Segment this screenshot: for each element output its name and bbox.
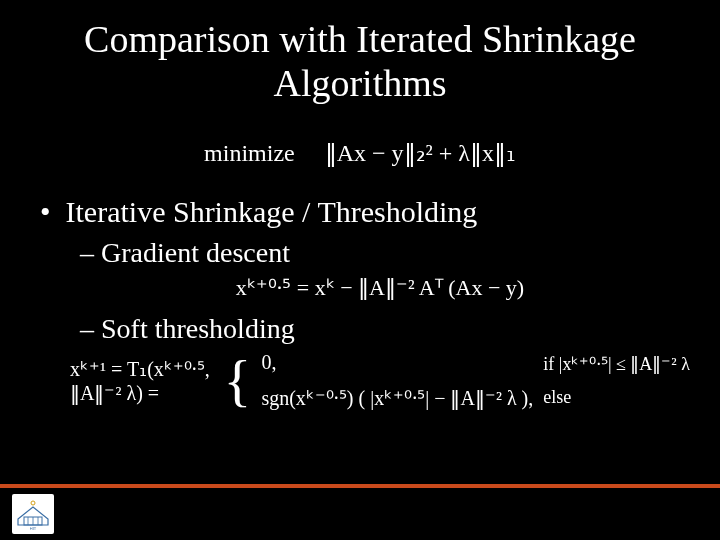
case2-condition-row: else (543, 387, 690, 408)
sub-bullet-soft-thresholding: – Soft thresholding (80, 313, 690, 345)
case1-value: 0, (261, 351, 276, 374)
slide-title: Comparison with Iterated Shrinkage Algor… (0, 0, 720, 105)
bullet-text: Iterative Shrinkage / Thresholding (66, 195, 478, 228)
sub-bullet-text-2: Soft thresholding (101, 313, 295, 344)
logo-text: HIT (30, 526, 37, 531)
gd-expression: xᵏ⁺⁰·⁵ = xᵏ − ‖A‖⁻² Aᵀ (Ax − y) (236, 275, 524, 300)
bullet-iterative-shrinkage: • Iterative Shrinkage / Thresholding (40, 195, 690, 229)
minimize-label: minimize (204, 140, 295, 166)
objective-expression: ‖Ax − y‖₂² + λ‖x‖₁ (325, 140, 516, 166)
institution-logo: HIT (12, 494, 54, 534)
soft-threshold-cases: 0, sgn(xᵏ⁻⁰·⁵) ( |xᵏ⁺⁰·⁵| − ‖A‖⁻² λ ), (261, 351, 533, 410)
case1-condition-row: if |xᵏ⁺⁰·⁵| ≤ ‖A‖⁻² λ (543, 353, 690, 375)
case2-value: sgn(xᵏ⁻⁰·⁵) ( |xᵏ⁺⁰·⁵| − ‖A‖⁻² λ ), (261, 386, 533, 410)
soft-threshold-conditions: if |xᵏ⁺⁰·⁵| ≤ ‖A‖⁻² λ else (543, 353, 690, 408)
sub-bullet-gradient-descent: – Gradient descent (80, 237, 690, 269)
case-zero: 0, (261, 351, 533, 374)
brace-icon: { (224, 352, 252, 410)
sub-bullet-text: Gradient descent (101, 237, 290, 268)
objective-equation: minimize ‖Ax − y‖₂² + λ‖x‖₁ (30, 139, 690, 167)
gradient-descent-equation: xᵏ⁺⁰·⁵ = xᵏ − ‖A‖⁻² Aᵀ (Ax − y) (70, 275, 690, 301)
slide-content: minimize ‖Ax − y‖₂² + λ‖x‖₁ • Iterative … (0, 105, 720, 410)
footer-divider (0, 484, 720, 488)
case2-condition: else (543, 387, 571, 408)
logo-icon: HIT (14, 497, 52, 531)
soft-threshold-equation: xᵏ⁺¹ = T₁(xᵏ⁺⁰·⁵, ‖A‖⁻² λ) = { 0, sgn(xᵏ… (70, 351, 690, 410)
case-sgn: sgn(xᵏ⁻⁰·⁵) ( |xᵏ⁺⁰·⁵| − ‖A‖⁻² λ ), (261, 386, 533, 410)
soft-lhs: xᵏ⁺¹ = T₁(xᵏ⁺⁰·⁵, ‖A‖⁻² λ) = (70, 357, 214, 405)
case1-condition: if |xᵏ⁺⁰·⁵| ≤ ‖A‖⁻² λ (543, 353, 690, 375)
